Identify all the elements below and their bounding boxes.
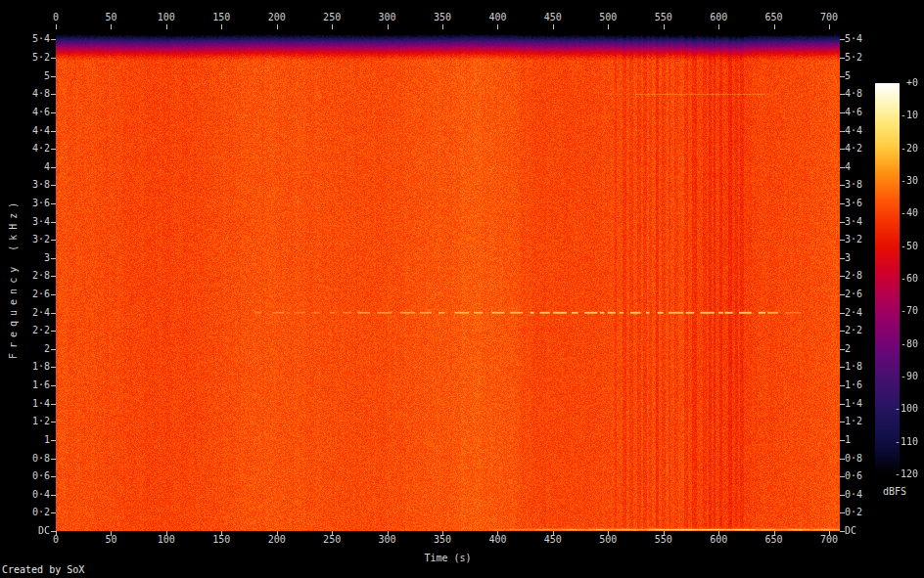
y-tick-label-left: 5·2 [0,52,50,64]
x-tick-label-top: 550 [655,12,672,23]
colorbar-tick-label: -30 [875,175,918,187]
y-tick-label-right: 0·6 [845,470,862,482]
y-tick-label-left: 4·2 [0,143,50,155]
y-tick-mark-right [840,385,845,386]
y-tick-label-left: 4 [0,161,50,173]
y-tick-mark-right [840,131,845,132]
y-tick-label-left: 1·2 [0,416,50,427]
y-tick-mark-left [51,404,56,405]
x-tick-mark-bottom [221,531,222,536]
y-tick-label-left: 0·8 [0,453,50,465]
y-tick-mark-left [51,531,56,532]
x-tick-mark-top [442,24,443,29]
y-tick-mark-right [840,294,845,295]
y-tick-mark-right [840,39,845,40]
colorbar-tick-label: -80 [875,338,918,350]
y-tick-label-left: 1·4 [0,398,50,410]
y-tick-label-left: 0·6 [0,470,50,482]
y-tick-label-right: 1·8 [845,361,862,373]
colorbar-unit-label: dBFS [873,486,916,498]
y-tick-mark-right [840,367,845,368]
y-tick-mark-left [51,131,56,132]
y-tick-label-left: 5 [0,70,50,82]
y-tick-label-right: 3·8 [845,179,862,191]
colorbar-tick-label: -60 [875,273,918,285]
y-tick-mark-right [840,404,845,405]
x-tick-mark-top [608,24,609,29]
y-tick-label-right: 4 [845,161,851,173]
x-tick-mark-bottom [166,531,167,536]
x-axis-title: Time (s) [56,553,840,564]
y-tick-label-right: 3·4 [845,216,862,228]
y-tick-mark-right [840,222,845,223]
y-tick-label-right: 1·2 [845,416,862,427]
colorbar-tick-label: -70 [875,305,918,317]
y-tick-label-right: 1·6 [845,379,862,391]
x-tick-mark-bottom [111,531,112,536]
y-tick-label-right: 3·2 [845,234,862,245]
y-tick-mark-right [840,258,845,259]
x-tick-label-top: 700 [820,12,838,23]
y-tick-mark-left [51,149,56,150]
x-tick-label-top: 350 [434,12,451,23]
y-tick-label-right: 2·8 [845,270,862,282]
y-tick-mark-right [840,240,845,241]
y-tick-label-left: 0·4 [0,489,50,501]
y-tick-label-right: 0·2 [845,507,862,518]
y-tick-mark-left [51,422,56,422]
y-tick-mark-left [51,476,56,477]
y-tick-mark-right [840,313,845,314]
y-tick-mark-left [51,94,56,95]
x-tick-mark-top [829,24,830,29]
y-tick-mark-right [840,58,845,59]
x-tick-mark-bottom [774,531,775,536]
y-tick-mark-left [51,39,56,40]
y-tick-mark-left [51,185,56,186]
y-tick-label-left: 4·6 [0,107,50,118]
y-tick-mark-right [840,94,845,95]
colorbar-tick-label: -100 [875,403,918,415]
y-tick-label-left: 2·6 [0,289,50,300]
y-tick-label-left: 2·4 [0,307,50,319]
colorbar-tick-label: -120 [875,468,918,480]
x-tick-mark-bottom [332,531,333,536]
spectrogram-canvas [56,29,840,531]
x-tick-mark-top [553,24,554,29]
y-tick-mark-left [51,222,56,223]
y-tick-label-left: 2·2 [0,325,50,336]
y-tick-label-left: 1·8 [0,361,50,373]
y-tick-label-right: 5·4 [845,33,862,45]
y-tick-mark-left [51,313,56,314]
x-tick-mark-bottom [553,531,554,536]
y-tick-label-right: DC [845,525,856,537]
y-tick-label-right: 5·2 [845,52,862,64]
y-tick-mark-right [840,440,845,441]
y-tick-label-left: 5·4 [0,33,50,45]
x-tick-mark-top [497,24,498,29]
y-tick-mark-left [51,276,56,277]
x-tick-label-top: 450 [544,12,562,23]
y-tick-mark-left [51,512,56,513]
colorbar-tick-label: -20 [875,143,918,155]
y-tick-mark-left [51,258,56,259]
y-tick-mark-right [840,276,845,277]
y-tick-label-right: 1 [845,434,851,446]
y-tick-label-right: 0·4 [845,489,862,501]
x-tick-mark-bottom [388,531,389,536]
x-tick-label-top: 50 [105,12,116,23]
x-tick-mark-bottom [442,531,443,536]
y-tick-mark-right [840,112,845,113]
y-tick-label-left: 3·6 [0,198,50,209]
y-tick-label-left: 3·2 [0,234,50,245]
x-tick-mark-bottom [56,531,57,536]
y-tick-mark-right [840,531,845,532]
y-tick-label-right: 4·4 [845,125,862,137]
x-tick-mark-top [718,24,719,29]
x-tick-mark-top [277,24,278,29]
colorbar-tick-label: -90 [875,371,918,382]
x-tick-mark-top [56,24,57,29]
x-tick-mark-top [221,24,222,29]
y-tick-label-left: 4·4 [0,125,50,137]
x-tick-mark-bottom [829,531,830,536]
y-tick-label-left: 2·8 [0,270,50,282]
